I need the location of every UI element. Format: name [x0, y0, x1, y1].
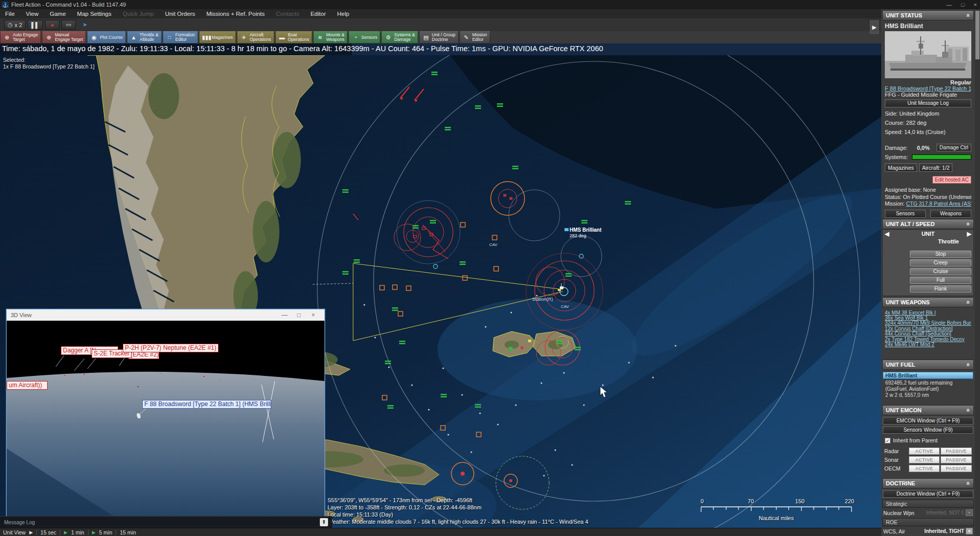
collapse-icon[interactable]: «: [965, 14, 972, 17]
weapon-link[interactable]: 36x Sea Wolf Blk 1: [885, 316, 971, 321]
unit-message-log-button[interactable]: Unit Message Log: [885, 99, 971, 107]
time-compression-button[interactable]: ◷ x 2: [4, 20, 26, 30]
damage-ctrl-button[interactable]: Damage Ctrl: [937, 144, 971, 151]
fuel-selected-unit[interactable]: HMS Brilliant: [883, 372, 973, 379]
menu-unit-orders[interactable]: Unit Orders: [165, 11, 195, 17]
3d-view-window[interactable]: 3D View — □ ×: [6, 309, 325, 527]
weapons-button[interactable]: Weapons: [930, 210, 971, 218]
boat-operations-button[interactable]: ▬ BoatOperations: [275, 31, 313, 43]
manual-engage-target-button[interactable]: ⊕ ManualEngage Target: [42, 31, 86, 43]
mounts-weapons-button[interactable]: ≋ Mounts &Weapons: [313, 31, 347, 43]
maximize-icon[interactable]: □: [292, 311, 306, 319]
contact-label-p2h[interactable]: P-2H (P2V-7) Neptune (EA2E #1): [123, 344, 219, 352]
ownship-label-broadsword[interactable]: F 88 Broadsword [Type 22 Batch 1] (HMS B…: [142, 400, 271, 409]
record-button[interactable]: ●: [45, 20, 59, 30]
weapon-link[interactable]: 24x Mk46 LWT Mod 2: [885, 342, 971, 347]
time-step-15min[interactable]: 15 min: [120, 529, 136, 535]
prev-unit-arrow[interactable]: ◀: [885, 231, 889, 237]
throttle-flank-button[interactable]: Flank: [910, 285, 971, 293]
edit-hosted-ac-button[interactable]: Edit hosted AC: [932, 176, 971, 184]
weapon-link[interactable]: 44x Corvus Chaff [Seduction]: [885, 331, 971, 337]
3d-view-canvas[interactable]: Dagger A [N (EA2E #2) S-2E Tracker P-2H …: [7, 321, 324, 526]
menu-help[interactable]: Help: [337, 11, 350, 17]
maximize-icon[interactable]: □: [961, 2, 965, 8]
weapon-link[interactable]: 4x MM 38 Exocet Blk I: [885, 310, 971, 316]
doctrine-icon: ▤: [422, 34, 430, 41]
collapse-icon[interactable]: «: [965, 482, 972, 485]
unit-status-header[interactable]: UNIT STATUS «: [882, 10, 974, 20]
oecm-passive-button[interactable]: PASSIVE: [941, 465, 972, 472]
throttle-stop-button[interactable]: Stop: [910, 251, 971, 258]
throttle-altitude-button[interactable]: ▲ Throttle &Altitude: [127, 31, 162, 43]
time-step-15sec[interactable]: 15 sec: [40, 529, 56, 535]
sidebar-scrollbar[interactable]: [975, 9, 980, 536]
systems-damage-button[interactable]: ⚙ Systems &Damage: [381, 31, 418, 43]
unit-emcon-header[interactable]: UNIT EMCON «: [882, 405, 974, 415]
message-log-bar[interactable]: Message Log ⬆: [0, 516, 332, 528]
time-step-5min[interactable]: 5 min: [99, 529, 113, 535]
next-unit-arrow[interactable]: ▶: [967, 231, 971, 237]
sidebar-expand-arrow[interactable]: ▶: [870, 20, 879, 34]
formation-editor-button[interactable]: ∷ FormationEditor: [163, 31, 198, 43]
plot-course-button[interactable]: ◉ Plot Course: [87, 31, 125, 43]
close-icon[interactable]: ×: [974, 2, 977, 8]
magazines-button[interactable]: Magazines: [885, 163, 917, 172]
oecm-active-button[interactable]: ACTIVE: [909, 465, 940, 472]
sonar-active-button[interactable]: ACTIVE: [909, 456, 940, 463]
weapon-link[interactable]: 324x 40mm/70 Mk9 Single Bofors Burst [4 …: [885, 321, 971, 326]
menu-map-settings[interactable]: Map Settings: [77, 11, 112, 17]
emcon-window-button[interactable]: EMCON Window (Ctrl + F9): [883, 417, 973, 425]
play-icon[interactable]: ▶: [64, 530, 68, 535]
pause-button[interactable]: ▌▌: [28, 20, 43, 30]
auto-engage-target-button[interactable]: ⊕ Auto EngageTarget: [0, 31, 41, 43]
unit-fuel-header[interactable]: UNIT FUEL «: [882, 360, 974, 370]
close-icon[interactable]: ×: [306, 311, 320, 319]
play-icon[interactable]: ▶: [29, 530, 33, 535]
aircraft-count-button[interactable]: Aircraft: 1/2: [919, 163, 953, 172]
collapse-icon[interactable]: «: [965, 409, 972, 412]
pointer-button[interactable]: ➤: [78, 20, 92, 30]
sensors-button[interactable]: ◔ Sensors: [349, 31, 380, 43]
weapon-link[interactable]: 12x Corvus Chaff [Distraction]: [885, 326, 971, 331]
sensors-button[interactable]: Sensors: [885, 210, 926, 218]
dock-panel-icon[interactable]: ⬆: [320, 518, 328, 526]
unit-weapons-header[interactable]: UNIT WEAPONS «: [882, 297, 974, 307]
comms-button[interactable]: ▭: [61, 20, 76, 30]
weapon-link[interactable]: 2x Type 182 Towed Torpedo Decoy: [885, 337, 971, 342]
contact-label-medium-aircraft[interactable]: um Aircraft)): [7, 381, 48, 390]
boat-icon: ▬: [278, 34, 286, 40]
magazines-button[interactable]: ▮▮▮ Magazines: [199, 31, 236, 43]
unit-alt-speed-header[interactable]: UNIT ALT / SPEED «: [882, 219, 974, 229]
throttle-creep-button[interactable]: Creep: [910, 259, 971, 266]
aircraft-operations-button[interactable]: ✈ AircraftOperations: [237, 31, 274, 43]
collapse-icon[interactable]: «: [965, 300, 972, 304]
menu-view[interactable]: View: [26, 11, 39, 17]
inherit-checkbox[interactable]: ✓: [885, 438, 890, 443]
mission-link[interactable]: CTG 317.8 Patrol Area (ASW Patrol): [906, 200, 971, 207]
menu-file[interactable]: File: [5, 11, 15, 17]
scrollbar-thumb[interactable]: [975, 11, 979, 59]
sonar-passive-button[interactable]: PASSIVE: [941, 456, 972, 463]
minimize-icon[interactable]: —: [277, 311, 292, 319]
dropdown-icon[interactable]: ▼: [966, 528, 973, 534]
sensors-window-button[interactable]: Sensors Window (F9): [883, 426, 973, 434]
menu-editor[interactable]: Editor: [311, 11, 326, 17]
time-step-1min[interactable]: 1 min: [71, 529, 84, 535]
menu-missions-ref-points[interactable]: Missions + Ref. Points: [206, 11, 265, 17]
collapse-icon[interactable]: «: [965, 222, 972, 226]
3d-view-titlebar[interactable]: 3D View — □ ×: [7, 309, 324, 321]
doctrine-header[interactable]: DOCTRINE «: [882, 478, 974, 488]
radar-passive-button[interactable]: PASSIVE: [941, 448, 972, 455]
throttle-cruise-button[interactable]: Cruise: [910, 268, 971, 275]
doctrine-window-button[interactable]: Doctrine Window (Ctrl + F9): [883, 490, 973, 498]
radar-active-button[interactable]: ACTIVE: [909, 448, 940, 455]
collapse-icon[interactable]: «: [965, 363, 972, 367]
menu-game[interactable]: Game: [50, 11, 66, 17]
unit-class-link[interactable]: F 88 Broadsword [Type 22 Batch 1]: [885, 85, 971, 92]
mission-editor-button[interactable]: ✎ MissionEditor: [460, 31, 490, 43]
throttle-full-button[interactable]: Full: [910, 277, 971, 284]
view-mode-label[interactable]: Unit View: [3, 529, 26, 535]
play-icon[interactable]: ▶: [92, 530, 96, 535]
unit-group-doctrine-button[interactable]: ▤ Unit / GroupDoctrine: [419, 31, 459, 43]
minimize-icon[interactable]: —: [946, 2, 952, 8]
